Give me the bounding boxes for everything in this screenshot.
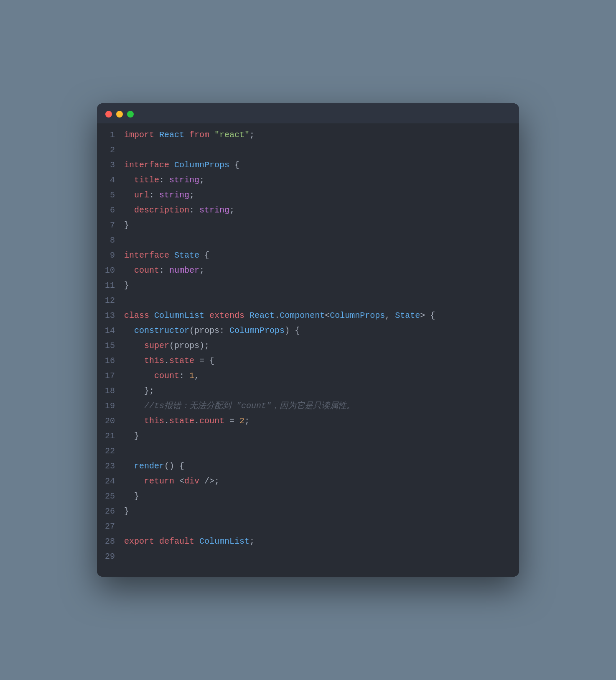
fn-name-token: render [134, 461, 164, 471]
prop-name-token: url [134, 190, 149, 200]
plain-token: : [219, 326, 229, 335]
plain-token: ) { [285, 326, 300, 335]
prop-name-token: title [134, 175, 159, 185]
line-code: this.state = { [124, 354, 519, 368]
titlebar [97, 103, 519, 123]
plain-token: ; [244, 416, 249, 426]
minimize-button[interactable] [116, 111, 123, 118]
line: 6 description: string; [97, 203, 519, 218]
line: 10 count: number; [97, 263, 519, 278]
line: 11} [97, 278, 519, 293]
type-name-token: ColumnList [154, 311, 204, 320]
prop-name-token: count [134, 266, 159, 275]
plain-token [124, 356, 144, 366]
line: 1import React from "react"; [97, 128, 519, 143]
plain-token: < [174, 476, 184, 486]
type-kw-token: string [159, 190, 189, 200]
line: 7} [97, 218, 519, 233]
prop-name-token: description [134, 205, 189, 215]
plain-token: > { [420, 311, 435, 320]
line-code: super(props); [124, 339, 519, 353]
line-number: 16 [97, 354, 124, 368]
line-code: return <div />; [124, 475, 519, 488]
line-number: 21 [97, 429, 124, 443]
plain-token: = { [194, 356, 214, 366]
plain-token: { [229, 160, 239, 170]
kw-interface-token: interface [124, 160, 169, 170]
line-code: class ColumnList extends React.Component… [124, 309, 519, 322]
line-code: this.state.count = 2; [124, 414, 519, 428]
type-name-token: ColumnProps [174, 160, 229, 170]
line-code: render() { [124, 460, 519, 473]
type-name-token: Component [280, 311, 325, 320]
line: 26} [97, 504, 519, 519]
plain-token: { [199, 251, 209, 260]
line-number: 3 [97, 158, 124, 172]
plain-token: : [149, 190, 159, 200]
plain-token: ; [199, 266, 204, 275]
plain-token: : [159, 266, 169, 275]
plain-token: = [224, 416, 239, 426]
plain-token: props [194, 326, 219, 335]
plain-token [124, 175, 134, 185]
type-name-token: ColumnProps [330, 311, 385, 320]
line-number: 6 [97, 204, 124, 217]
line: 16 this.state = { [97, 353, 519, 368]
line-code: constructor(props: ColumnProps) { [124, 324, 519, 337]
plain-token [124, 461, 134, 471]
plain-token [124, 205, 134, 215]
line: 27 [97, 519, 519, 534]
line-code: }; [124, 384, 519, 398]
number-val-token: 2 [239, 416, 244, 426]
line: 23 render() { [97, 459, 519, 474]
line: 4 title: string; [97, 173, 519, 188]
line: 28export default ColumnList; [97, 534, 519, 549]
line-code: url: string; [124, 189, 519, 202]
prop-name-token: state [169, 416, 194, 426]
prop-name-token: state [169, 356, 194, 366]
line: 13class ColumnList extends React.Compone… [97, 308, 519, 323]
plain-token: ; [249, 130, 255, 140]
line-code: } [124, 505, 519, 518]
line: 5 url: string; [97, 188, 519, 203]
line-code: count: number; [124, 264, 519, 277]
maximize-button[interactable] [127, 111, 134, 118]
line-code: export default ColumnList; [124, 535, 519, 548]
line-number: 4 [97, 174, 124, 187]
type-name-token: ColumnProps [229, 326, 285, 335]
number-val-token: 1 [189, 371, 194, 381]
type-name-token: React [159, 130, 184, 140]
plain-token: } [124, 220, 129, 230]
plain-token: . [275, 311, 280, 320]
line-number: 13 [97, 309, 124, 322]
plain-token: } [124, 281, 129, 290]
line-number: 14 [97, 324, 124, 337]
kw-default-token: default [159, 537, 194, 546]
line-code: } [124, 219, 519, 232]
plain-token: . [164, 356, 169, 366]
line-number: 22 [97, 445, 124, 458]
line-number: 9 [97, 249, 124, 262]
line-number: 12 [97, 294, 124, 307]
line-number: 7 [97, 219, 124, 232]
plain-token [154, 537, 159, 546]
line: 8 [97, 233, 519, 248]
line: 25 } [97, 489, 519, 504]
code-editor-window: 1import React from "react";23interface C… [97, 103, 519, 577]
kw-this-token: this [144, 416, 164, 426]
plain-token [124, 416, 144, 426]
plain-token: ; [229, 205, 234, 215]
line-number: 23 [97, 460, 124, 473]
line-number: 18 [97, 384, 124, 398]
plain-token: ; [189, 190, 194, 200]
line-number: 8 [97, 234, 124, 247]
plain-token [194, 537, 199, 546]
line: 14 constructor(props: ColumnProps) { [97, 323, 519, 338]
close-button[interactable] [105, 111, 112, 118]
line-code: count: 1, [124, 369, 519, 383]
plain-token: : [179, 371, 189, 381]
kw-import-token: import [124, 130, 154, 140]
comment-token: //ts报错：无法分配到 "count"，因为它是只读属性。 [124, 401, 355, 411]
line-number: 11 [97, 279, 124, 292]
line-code: } [124, 429, 519, 443]
